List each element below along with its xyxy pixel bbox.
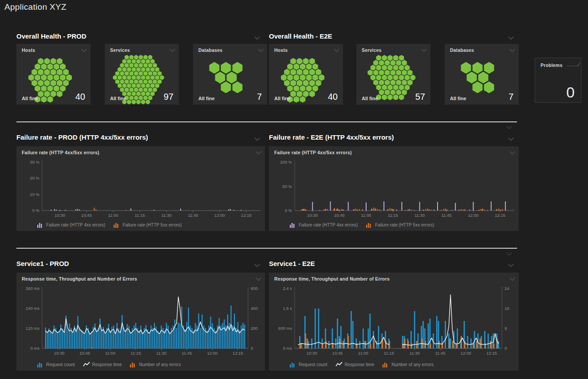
entity-count: 7 [509, 92, 513, 101]
svg-text:2.4 s: 2.4 s [283, 286, 292, 291]
legend-item[interactable]: Failure rate (HTTP 4xx errors) [289, 222, 358, 228]
status-badge: All fine [362, 96, 378, 101]
svg-text:30 %: 30 % [30, 160, 39, 164]
chevron-down-icon[interactable] [170, 47, 175, 52]
status-badge: All fine [22, 96, 38, 101]
chevron-down-icon[interactable] [509, 47, 515, 52]
chevron-down-icon[interactable] [254, 135, 260, 141]
entity-count: 57 [415, 92, 425, 101]
chevron-down-icon[interactable] [256, 275, 261, 281]
section-divider [16, 248, 517, 249]
svg-text:11:30: 11:30 [161, 213, 171, 218]
svg-text:12:00: 12:00 [468, 213, 479, 218]
svg-text:24: 24 [505, 286, 509, 291]
chart-tile-service1-e2e[interactable]: Response time, Throughput and Number of … [269, 273, 519, 371]
chart-canvas: 0 ms120 ms240 ms360 ms020040060010:3010:… [17, 283, 264, 356]
tile-label: Databases [450, 47, 474, 53]
chevron-down-icon[interactable] [508, 34, 514, 40]
entity-count: 97 [164, 92, 174, 101]
health-tile-hosts-e2e[interactable]: Hosts All fine40 [269, 44, 343, 105]
legend-label: Failure rate (HTTP 5xx errors) [375, 223, 434, 227]
chevron-down-icon[interactable] [254, 262, 260, 267]
section-header-service1-prod: Service1 - PROD [16, 260, 69, 267]
chevron-down-icon[interactable] [81, 47, 87, 52]
chart-legend: Request countResponse timeNumber of any … [289, 362, 434, 367]
legend-item[interactable]: Number of any errors [382, 362, 433, 367]
svg-text:11:15: 11:15 [388, 213, 398, 218]
svg-text:11:00: 11:00 [108, 213, 118, 218]
health-tile-databases-e2e[interactable]: Databases All fine7 [445, 44, 519, 105]
legend-label: Failure rate (HTTP 4xx errors) [299, 223, 358, 227]
section-header-service1-e2e: Service1 - E2E [269, 260, 315, 267]
svg-text:0: 0 [251, 346, 253, 351]
chevron-down-icon[interactable] [421, 47, 427, 52]
chart-title: Failure rate (HTTP 4xx/5xx errors) [274, 150, 352, 155]
problems-count: 0 [566, 85, 575, 100]
chevron-down-icon[interactable] [506, 250, 512, 256]
legend-item[interactable]: Number of any errors [130, 362, 181, 367]
tile-label: Problems [541, 63, 562, 68]
svg-text:12:00: 12:00 [461, 351, 471, 356]
chevron-down-icon[interactable] [509, 275, 515, 281]
health-tile-services-e2e[interactable]: Services All fine57 [356, 44, 430, 105]
section-header-overall-health-prod: Overall Health - PROD [16, 32, 87, 40]
svg-text:10:30: 10:30 [55, 213, 65, 218]
chart-tile-service1-prod[interactable]: Response time, Throughput and Number of … [16, 273, 265, 371]
svg-text:11:15: 11:15 [130, 351, 141, 356]
legend-item[interactable]: Failure rate (HTTP 4xx errors) [37, 222, 105, 228]
svg-text:12:15: 12:15 [233, 351, 243, 356]
svg-text:0 ms: 0 ms [283, 346, 292, 351]
chart-tile-failure-prod[interactable]: Failure rate (HTTP 4xx/5xx errors) 0 %10… [16, 146, 265, 231]
svg-text:20 %: 20 % [30, 176, 39, 180]
chevron-down-icon[interactable] [506, 124, 512, 129]
legend-label: Response time [92, 362, 122, 367]
health-tile-databases-prod[interactable]: Databases All fine7 [193, 44, 267, 105]
svg-text:16: 16 [505, 306, 509, 311]
line-series-icon [83, 362, 90, 367]
health-tile-services-prod[interactable]: Services All fine97 [105, 44, 179, 105]
svg-text:10:30: 10:30 [307, 213, 318, 218]
svg-text:200: 200 [251, 326, 258, 331]
legend-item[interactable]: Request count [37, 362, 75, 367]
line-series-icon [335, 362, 343, 367]
svg-text:600: 600 [251, 286, 258, 291]
bar-series-icon [366, 222, 373, 228]
legend-item[interactable]: Failure rate (HTTP 5xx errors) [366, 222, 434, 228]
bar-series-icon [130, 362, 137, 367]
chevron-down-icon[interactable] [508, 135, 514, 141]
bar-series-icon [289, 362, 296, 367]
legend-label: Request count [299, 362, 328, 367]
entity-count: 40 [328, 92, 338, 101]
svg-text:1.6 s: 1.6 s [283, 306, 292, 311]
legend-item[interactable]: Failure rate (HTTP 5xx errors) [113, 222, 182, 228]
legend-label: Failure rate (HTTP 4xx errors) [46, 223, 105, 227]
chart-canvas: 0 %10 %20 %30 %10:3010:4511:0011:1511:30… [17, 157, 264, 219]
chevron-down-icon[interactable] [508, 262, 514, 267]
chart-legend: Request countResponse timeNumber of any … [37, 362, 181, 367]
svg-text:10:30: 10:30 [307, 351, 317, 356]
chevron-down-icon[interactable] [256, 149, 261, 155]
chevron-down-icon[interactable] [254, 34, 260, 40]
section-header-failure-e2e: Failure rate - E2E (HTTP 4xx/5xx errors) [269, 133, 394, 141]
chart-canvas: 0 %50 %100 %10:3010:4511:0011:1511:3011:… [270, 157, 518, 219]
svg-text:10 %: 10 % [30, 192, 39, 197]
svg-text:10:45: 10:45 [334, 213, 345, 218]
svg-text:400: 400 [251, 306, 258, 311]
problems-tile[interactable]: Problems 0 [535, 58, 581, 103]
svg-text:12:00: 12:00 [207, 351, 218, 356]
tile-label: Hosts [274, 47, 288, 53]
chevron-down-icon[interactable] [334, 47, 339, 52]
svg-text:11:00: 11:00 [358, 351, 368, 356]
chart-tile-failure-e2e[interactable]: Failure rate (HTTP 4xx/5xx errors) 0 %50… [269, 146, 519, 231]
chart-legend: Failure rate (HTTP 4xx errors)Failure ra… [37, 222, 182, 228]
legend-item[interactable]: Response time [83, 362, 122, 367]
svg-text:8: 8 [505, 326, 507, 331]
chevron-down-icon[interactable] [258, 47, 264, 52]
health-tile-hosts-prod[interactable]: Hosts All fine40 [16, 44, 91, 105]
svg-text:0: 0 [505, 346, 507, 351]
legend-item[interactable]: Response time [335, 362, 375, 367]
chevron-down-icon[interactable] [509, 149, 515, 155]
svg-text:11:45: 11:45 [188, 213, 198, 218]
service-chart-e2e: 0 ms800 ms1.6 s2.4 s08162410:3010:4511:0… [270, 283, 518, 356]
legend-item[interactable]: Request count [289, 362, 328, 367]
